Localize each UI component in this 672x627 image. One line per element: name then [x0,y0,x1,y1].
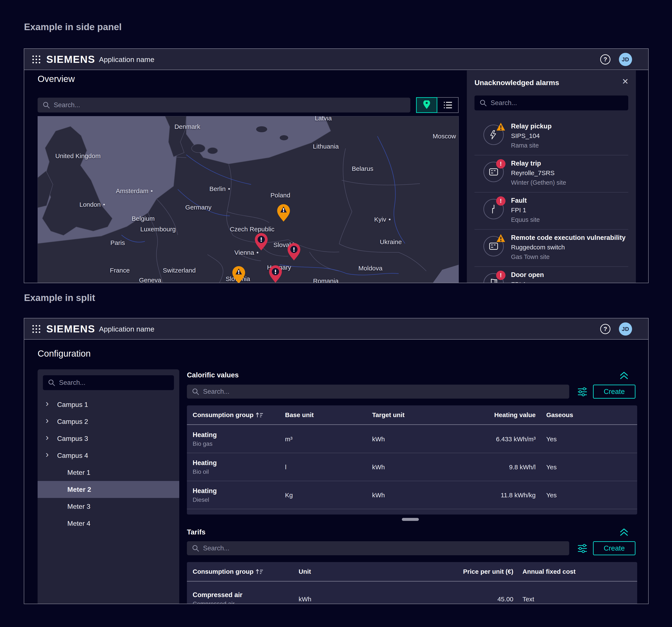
close-icon[interactable]: ✕ [621,77,630,86]
cell-price: 45.00 [498,596,513,603]
map-label-country: Lithuania [313,143,339,150]
map-marker-error[interactable] [268,265,283,283]
collapse-section-icon[interactable] [619,372,629,380]
alarms-panel-title: Unacknowledged alarms [475,78,559,87]
cell-target-unit: kWh [372,463,385,471]
search-icon [48,379,55,386]
tarifs-search[interactable] [187,541,569,555]
alarm-device: SIPS_104 [511,132,540,140]
calorific-values-title: Calorific values [187,371,239,379]
tree-item-campus-2[interactable]: › Campus 2 [38,413,179,430]
alarms-search[interactable] [475,96,628,110]
alarm-item[interactable]: Relay pickup SIPS_104 Rama site [475,118,628,155]
column-header-consumption-group[interactable]: Consumption group [193,411,263,419]
app-launcher-icon[interactable] [32,55,41,64]
column-header-unit[interactable]: Unit [298,568,311,575]
alarm-item[interactable]: Remote code execution vulnerability Rugg… [475,230,628,267]
map-label-country: Poland [270,192,290,199]
alarm-site: Gas Town site [511,253,550,260]
europe-map[interactable]: Latvia Denmark Moscow Lithuania United K… [38,116,459,283]
table-row[interactable]: Heating Bio oil l kWh 9.8 kWh/l Yes [187,454,637,481]
calorific-search[interactable] [187,384,569,399]
table-header: Consumption group Base unit Target unit … [187,405,637,425]
table-row[interactable]: Compressed air Compressed air kWh 45.00 … [187,582,637,604]
tarifs-search-input[interactable] [203,545,564,552]
tree-item-label: Campus 3 [57,435,88,443]
column-header-consumption-group[interactable]: Consumption group [193,568,263,575]
configuration-main: Calorific values Create Consumption grou… [187,369,637,604]
siemens-logo: SIEMENS [46,323,95,335]
filter-icon[interactable] [577,543,587,554]
horizontal-scrollbar-thumb[interactable] [402,518,419,521]
list-view-button[interactable] [437,97,459,113]
cell-heating-value: 6.433 kWh/m³ [496,435,536,443]
cell-gaseous: Yes [546,435,557,443]
tree-item-campus-1[interactable]: › Campus 1 [38,396,179,413]
app-name: Application name [99,55,154,64]
sort-ascending-icon[interactable] [256,569,263,575]
filter-icon[interactable] [577,387,587,397]
tarifs-title: Tarifs [187,528,206,536]
map-label-country: Belarus [352,165,374,172]
alarm-title: Door open [511,271,544,279]
table-header: Consumption group Unit Price per unit (€… [187,562,637,582]
table-row[interactable]: Heating m³ kWh 6.433 kWh/m³ No [187,510,637,515]
tree-item-meter-2-selected[interactable]: Meter 2 [38,481,179,498]
alarm-item[interactable]: ! Door open FPI 1 [475,267,628,283]
column-header-heating-value[interactable]: Heating value [494,411,536,419]
window-split-example: SIEMENS Application name ? JD Configurat… [24,318,649,604]
map-label-country: France [110,267,129,274]
search-input[interactable] [54,101,405,109]
tarifs-table: Consumption group Unit Price per unit (€… [187,562,637,604]
map-marker-warning[interactable] [277,204,291,222]
map-pin-icon [423,100,431,110]
sort-ascending-icon[interactable] [256,412,263,418]
relay-device-icon [489,167,499,177]
map-marker-error[interactable] [287,243,301,261]
alarm-item[interactable]: ! Fault FPI 1 Equus site [475,193,628,230]
app-launcher-icon[interactable] [32,325,41,333]
error-badge-icon: ! [496,159,505,169]
table-row[interactable]: Heating Bio gas m³ kWh 6.433 kWh/m³ Yes [187,426,637,453]
map-label-country: Germany [185,204,211,211]
sidebar-search-input[interactable] [59,379,169,386]
collapse-section-icon[interactable] [619,528,629,536]
column-header-target-unit[interactable]: Target unit [372,411,405,419]
map-label-country: Moldova [358,265,382,272]
alarm-site: Rama site [511,142,539,149]
column-header-annual-fixed-cost[interactable]: Annual fixed cost [523,568,576,575]
tree-item-label: Meter 3 [67,503,90,510]
tree-item-campus-3[interactable]: › Campus 3 [38,430,179,447]
row-subgroup: Compressed air [193,600,242,604]
column-header-base-unit[interactable]: Base unit [285,411,314,419]
calorific-search-input[interactable] [203,388,564,396]
avatar[interactable]: JD [619,322,632,335]
map-marker-warning[interactable] [232,266,246,283]
map-view-button[interactable] [416,97,437,113]
alarm-item[interactable]: ! Relay trip Reyrolle_7SRS Winter (Gethe… [475,155,628,193]
tree-item-label: Campus 2 [57,418,88,426]
error-badge-icon: ! [496,271,505,280]
page-title: Overview [38,74,75,84]
create-tarif-button[interactable]: Create [593,541,635,555]
tree-item-meter-1[interactable]: Meter 1 [38,464,179,481]
tree-item-meter-3[interactable]: Meter 3 [38,498,179,515]
map-marker-error[interactable] [254,233,268,251]
alarms-search-input[interactable] [490,99,623,107]
sidebar-search[interactable] [43,375,174,390]
help-icon[interactable]: ? [600,324,610,334]
page-title: Configuration [38,349,91,359]
create-calorific-button[interactable]: Create [593,384,635,399]
column-header-gaseous[interactable]: Gaseous [546,411,573,419]
overview-search[interactable] [38,98,410,112]
avatar[interactable]: JD [619,53,632,66]
tree-item-campus-4[interactable]: › Campus 4 [38,447,179,464]
unacknowledged-alarms-panel: Unacknowledged alarms ✕ Relay pickup SIP… [467,71,636,283]
warning-badge-icon [496,233,505,243]
column-header-price-per-unit[interactable]: Price per unit (€) [463,568,513,575]
help-icon[interactable]: ? [600,54,610,65]
map-label-city: Moscow [433,133,456,140]
calorific-table: Consumption group Base unit Target unit … [187,405,637,515]
table-row[interactable]: Heating Diesel Kg kWh 11.8 kWh/kg Yes [187,482,637,509]
tree-item-meter-4[interactable]: Meter 4 [38,515,179,532]
